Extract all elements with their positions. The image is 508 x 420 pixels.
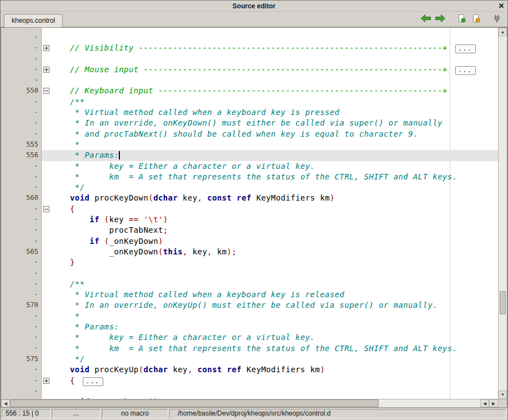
code-line[interactable]: 556 * Params: xyxy=(1,150,498,161)
code-text: // Keyboard input ----------------------… xyxy=(52,86,498,96)
code-line[interactable]: 565 _onKeyDown(this, key, km); xyxy=(1,247,498,257)
code-line[interactable]: ·void procKeyUp(dchar key, const ref Key… xyxy=(1,364,498,375)
fold-expand-icon[interactable]: + xyxy=(43,378,49,384)
scroll-right-button[interactable]: ▶ xyxy=(489,399,498,407)
vertical-scrollbar[interactable]: ▲ ▼ xyxy=(498,28,507,399)
line-number: · xyxy=(1,236,41,247)
code-line[interactable]: 550−// Keyboard input ------------------… xyxy=(1,86,498,96)
fold-ellipsis[interactable]: ... xyxy=(455,66,476,75)
line-number: · xyxy=(1,289,41,300)
code-line[interactable]: · * Virtual method called when a keyboar… xyxy=(1,107,498,118)
scroll-left-button-2[interactable]: ◀ xyxy=(480,399,489,407)
fold-column xyxy=(41,397,52,399)
close-icon[interactable]: ✕ xyxy=(495,1,507,12)
code-line[interactable]: ·−{ xyxy=(1,204,498,214)
line-number: 556 xyxy=(1,150,41,161)
code-line[interactable]: · if (_onKeyDown) xyxy=(1,236,498,247)
fold-column: − xyxy=(41,204,52,214)
line-number: 550 xyxy=(1,86,41,96)
code-line[interactable]: · * Params: xyxy=(1,322,498,332)
code-editor[interactable]: ··+// Visibility -----------------------… xyxy=(1,28,498,399)
code-line[interactable]: · * key = Either a character or a virtua… xyxy=(1,161,498,172)
line-number: 565 xyxy=(1,247,41,257)
line-number: · xyxy=(1,54,41,64)
code-text: void procKeyUp(dchar key, const ref KeyM… xyxy=(52,364,498,375)
scroll-down-button[interactable]: ▼ xyxy=(499,391,507,399)
fold-column xyxy=(41,364,52,375)
code-line[interactable]: · * Virtual method called when a keyboar… xyxy=(1,289,498,300)
nav-back-button[interactable] xyxy=(419,12,433,25)
code-line[interactable]: ·+// Visibility ------------------------… xyxy=(1,43,498,53)
code-line[interactable]: · xyxy=(1,386,498,397)
line-number: · xyxy=(1,204,41,214)
code-text: * xyxy=(52,139,498,150)
fold-collapse-icon[interactable]: − xyxy=(43,206,49,212)
code-line[interactable]: 575 */ xyxy=(1,354,498,364)
code-line[interactable]: 560void procKeyDown(dchar key, const ref… xyxy=(1,193,498,203)
fold-column: + xyxy=(41,376,52,386)
line-number: · xyxy=(1,97,41,107)
gutter-separator xyxy=(41,28,42,399)
code-line[interactable]: · procTabNext; xyxy=(1,225,498,236)
code-line[interactable]: 570 * In an override, onKeyUp() must eit… xyxy=(1,300,498,311)
line-number: · xyxy=(1,225,41,236)
code-line[interactable]: ·/** xyxy=(1,279,498,289)
horizontal-scrollbar[interactable]: ◀ ◀ ▶ xyxy=(1,399,498,407)
arrow-right-icon xyxy=(435,14,446,23)
scroll-left-button[interactable]: ◀ xyxy=(1,399,10,407)
titlebar[interactable]: Source editor ✕ xyxy=(1,1,507,12)
fold-column xyxy=(41,300,52,311)
horizontal-scroll-track[interactable] xyxy=(379,399,480,407)
tab-label: kheops.control xyxy=(12,17,55,24)
code-text xyxy=(52,268,498,279)
document-orange-button[interactable] xyxy=(469,12,483,25)
fold-expand-icon[interactable]: + xyxy=(43,45,49,51)
vertical-scroll-thumb[interactable] xyxy=(500,291,506,314)
code-text: void procTabNext() xyxy=(52,397,498,399)
code-line[interactable]: · * xyxy=(1,311,498,322)
code-line[interactable]: · xyxy=(1,75,498,86)
fold-column xyxy=(41,139,52,150)
code-line[interactable]: · xyxy=(1,32,498,43)
code-lines: ··+// Visibility -----------------------… xyxy=(1,28,498,399)
code-line[interactable]: ·} xyxy=(1,257,498,268)
code-line[interactable]: ·/** xyxy=(1,97,498,107)
code-text: /** xyxy=(52,97,498,107)
fold-column xyxy=(41,193,52,203)
code-line[interactable]: · * km = A set that represents the statu… xyxy=(1,172,498,182)
code-text: * In an override, onKeyDown() must eithe… xyxy=(52,118,498,128)
horizontal-scroll-thumb[interactable] xyxy=(10,399,379,407)
code-line[interactable]: · * key = Either a character or a virtua… xyxy=(1,332,498,343)
tab-kheops-control[interactable]: kheops.control xyxy=(4,14,63,27)
code-line[interactable]: · */ xyxy=(1,182,498,193)
code-line[interactable]: 555 * xyxy=(1,139,498,150)
fold-column xyxy=(41,32,52,43)
line-number: · xyxy=(1,43,41,53)
vertical-scroll-track[interactable] xyxy=(499,36,507,391)
triangle-up-icon: ▲ xyxy=(501,29,505,34)
code-line[interactable]: · xyxy=(1,54,498,64)
code-line[interactable]: · if (key == '\t') xyxy=(1,214,498,225)
code-line[interactable]: · * and procTabNext() should be called w… xyxy=(1,129,498,139)
code-line[interactable]: ·+{... xyxy=(1,376,498,386)
fold-collapse-icon[interactable]: − xyxy=(43,88,49,94)
code-line[interactable]: ·+// Mouse input -----------------------… xyxy=(1,64,498,75)
document-green-button[interactable] xyxy=(454,12,469,25)
fold-ellipsis[interactable]: ... xyxy=(455,44,476,53)
code-text: * In an override, onKeyUp() must either … xyxy=(52,300,498,311)
scroll-up-button[interactable]: ▲ xyxy=(499,28,507,36)
nav-forward-button[interactable] xyxy=(433,12,447,25)
line-number: · xyxy=(1,397,41,399)
fold-expand-icon[interactable]: + xyxy=(43,67,49,73)
code-line[interactable]: ·void procTabNext() xyxy=(1,397,498,399)
triangle-right-icon: ▶ xyxy=(492,401,495,406)
code-line[interactable]: · * In an override, onKeyDown() must eit… xyxy=(1,118,498,128)
code-line[interactable]: · * km = A set that represents the statu… xyxy=(1,343,498,354)
code-line[interactable]: · xyxy=(1,268,498,279)
line-number: · xyxy=(1,118,41,128)
status-ellipsis: ... xyxy=(52,409,100,418)
fold-ellipsis[interactable]: ... xyxy=(83,377,103,386)
detach-button[interactable] xyxy=(490,12,504,25)
code-text: * km = A set that represents the status … xyxy=(52,172,498,182)
line-number: · xyxy=(1,257,41,268)
